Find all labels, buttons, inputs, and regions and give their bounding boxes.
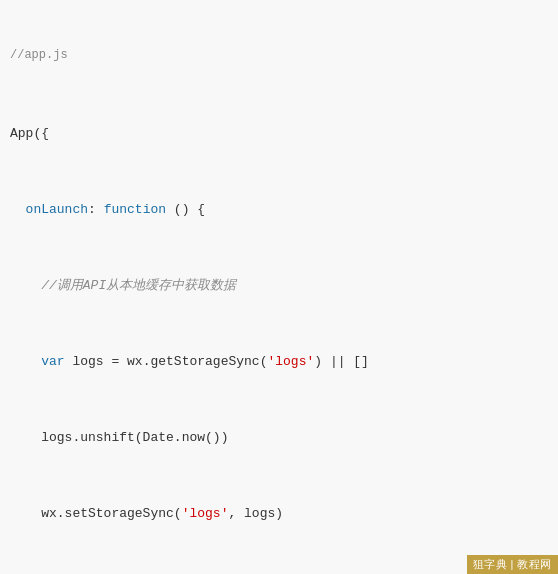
code-line-4: var logs = wx.getStorageSync('logs') || …: [10, 352, 548, 371]
code-line-3: //调用API从本地缓存中获取数据: [10, 276, 548, 295]
filename: //app.js: [10, 46, 548, 65]
code-line-5: logs.unshift(Date.now()): [10, 428, 548, 447]
code-area: //app.js App({ onLaunch: function () { /…: [0, 0, 558, 548]
code-line-6: wx.setStorageSync('logs', logs): [10, 504, 548, 523]
site-footer: 狙字典 | 教程网: [467, 555, 558, 574]
footer-text: 狙字典 | 教程网: [473, 558, 552, 570]
code-line-1: App({: [10, 124, 548, 143]
code-line-2: onLaunch: function () {: [10, 200, 548, 219]
